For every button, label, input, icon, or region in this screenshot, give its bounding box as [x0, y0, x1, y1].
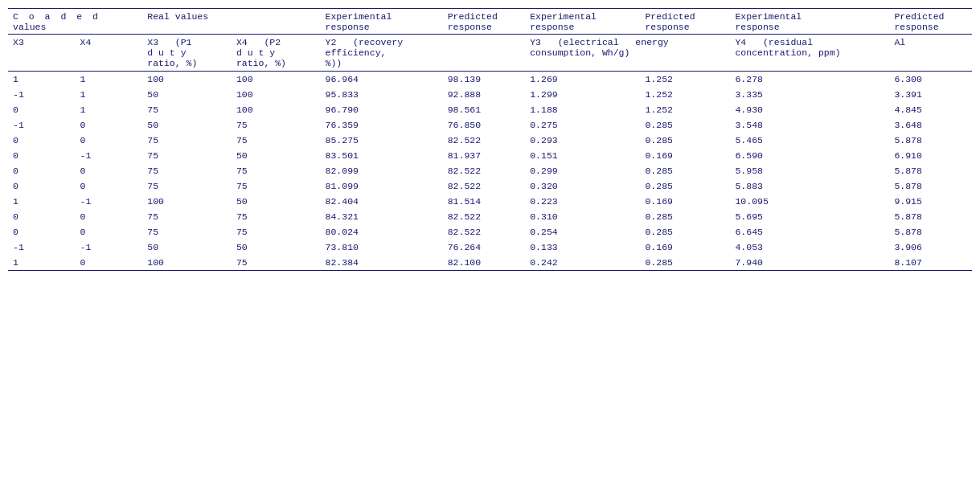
table-cell: 76.264: [443, 240, 526, 255]
table-row: -1-1505073.81076.2640.1330.1694.0533.906: [8, 240, 972, 255]
coded-values-header: C o a d e d values: [8, 9, 142, 35]
table-cell: 0.285: [640, 117, 730, 133]
header-sub-row: X3 X4 X3 (P1d u t yratio, %) X4 (P2d u t…: [8, 35, 972, 72]
table-cell: 4.845: [889, 102, 972, 117]
table-cell: 0.285: [640, 224, 730, 240]
table-cell: 8.107: [889, 255, 972, 271]
table-cell: 98.139: [443, 72, 526, 88]
table-cell: 76.359: [321, 117, 443, 133]
table-cell: 5.878: [889, 224, 972, 240]
table-row: 00757585.27582.5220.2930.2855.4655.878: [8, 133, 972, 148]
table-cell: 0: [76, 117, 143, 133]
table-cell: 82.384: [321, 255, 443, 271]
table-cell: 0: [76, 133, 143, 148]
table-cell: 82.522: [443, 163, 526, 178]
table-cell: 1: [8, 255, 76, 271]
table-cell: 1: [76, 87, 143, 102]
table-cell: 1.252: [640, 102, 730, 117]
x3-coded-header: X3: [8, 35, 76, 72]
data-table: C o a d e d values Real values Experimen…: [8, 8, 972, 271]
table-cell: 5.878: [889, 163, 972, 178]
table-cell: 100: [142, 194, 232, 209]
table-cell: 1.252: [640, 72, 730, 88]
table-cell: 75: [232, 163, 321, 178]
header-group-row: C o a d e d values Real values Experimen…: [8, 9, 972, 35]
table-cell: 0.242: [525, 255, 640, 271]
table-cell: 1.252: [640, 87, 730, 102]
y4-header: Y4 (residualconcentration, ppm): [730, 35, 889, 72]
table-cell: 0.133: [525, 240, 640, 255]
table-cell: 0.285: [640, 178, 730, 194]
table-cell: 0.285: [640, 133, 730, 148]
table-cell: 82.522: [443, 133, 526, 148]
table-cell: 75: [232, 224, 321, 240]
table-cell: 75: [232, 133, 321, 148]
table-cell: 96.964: [321, 72, 443, 88]
table-cell: 6.910: [889, 148, 972, 163]
table-row: 00757581.09982.5220.3200.2855.8835.878: [8, 178, 972, 194]
table-cell: 0.310: [525, 209, 640, 224]
table-cell: 1: [76, 102, 143, 117]
table-cell: 100: [142, 255, 232, 271]
table-cell: 3.648: [889, 117, 972, 133]
table-cell: 6.645: [730, 224, 889, 240]
table-cell: 0.254: [525, 224, 640, 240]
y2-header: Y2 (recoveryefficiency,%)): [321, 35, 443, 72]
table-cell: 100: [232, 72, 321, 88]
table-cell: 0: [8, 133, 76, 148]
table-cell: 75: [142, 148, 232, 163]
table-cell: 83.501: [321, 148, 443, 163]
table-cell: 0: [76, 224, 143, 240]
table-row: 1-11005082.40481.5140.2230.16910.0959.91…: [8, 194, 972, 209]
table-cell: 75: [142, 163, 232, 178]
table-cell: 75: [232, 117, 321, 133]
table-cell: 96.790: [321, 102, 443, 117]
table-cell: 73.810: [321, 240, 443, 255]
table-cell: 0: [76, 163, 143, 178]
table-cell: 0: [8, 224, 76, 240]
table-row: 101007582.38482.1000.2420.2857.9408.107: [8, 255, 972, 271]
table-cell: 75: [142, 102, 232, 117]
table-cell: 82.099: [321, 163, 443, 178]
table-cell: 0.223: [525, 194, 640, 209]
table-row: 0-1755083.50181.9370.1510.1696.5906.910: [8, 148, 972, 163]
table-cell: 5.958: [730, 163, 889, 178]
table-cell: 6.278: [730, 72, 889, 88]
table-cell: -1: [8, 240, 76, 255]
table-cell: 0: [76, 209, 143, 224]
table-cell: 1: [76, 72, 143, 88]
table-cell: 0.151: [525, 148, 640, 163]
predicted-response-header-3: Predictedresponse: [889, 9, 972, 35]
table-cell: 3.391: [889, 87, 972, 102]
table-cell: 100: [232, 102, 321, 117]
table-cell: 0.285: [640, 255, 730, 271]
x4-real-header: X4 (P2d u t yratio, %): [232, 35, 321, 72]
table-cell: 1: [8, 72, 76, 88]
table-cell: 1.188: [525, 102, 640, 117]
table-cell: 5.878: [889, 209, 972, 224]
table-cell: 0.275: [525, 117, 640, 133]
table-cell: 9.915: [889, 194, 972, 209]
table-cell: 6.300: [889, 72, 972, 88]
table-cell: 50: [142, 117, 232, 133]
table-cell: 7.940: [730, 255, 889, 271]
table-cell: 75: [142, 209, 232, 224]
table-cell: 75: [232, 209, 321, 224]
table-row: 017510096.79098.5611.1881.2524.9304.845: [8, 102, 972, 117]
table-cell: 81.937: [443, 148, 526, 163]
table-cell: 1: [8, 194, 76, 209]
table-cell: 82.404: [321, 194, 443, 209]
experimental-response-header-1: Experimentalresponse: [321, 9, 443, 35]
table-cell: 100: [232, 87, 321, 102]
table-row: 00757580.02482.5220.2540.2856.6455.878: [8, 224, 972, 240]
table-cell: -1: [8, 117, 76, 133]
table-cell: 0.169: [640, 240, 730, 255]
table-cell: 85.275: [321, 133, 443, 148]
table-cell: 6.590: [730, 148, 889, 163]
table-row: -10507576.35976.8500.2750.2853.5483.648: [8, 117, 972, 133]
table-cell: 98.561: [443, 102, 526, 117]
table-cell: 0: [8, 148, 76, 163]
predicted-response-header-2: Predictedresponse: [640, 9, 730, 35]
experimental-response-header-3: Experimentalresponse: [730, 9, 889, 35]
table-cell: 82.522: [443, 224, 526, 240]
